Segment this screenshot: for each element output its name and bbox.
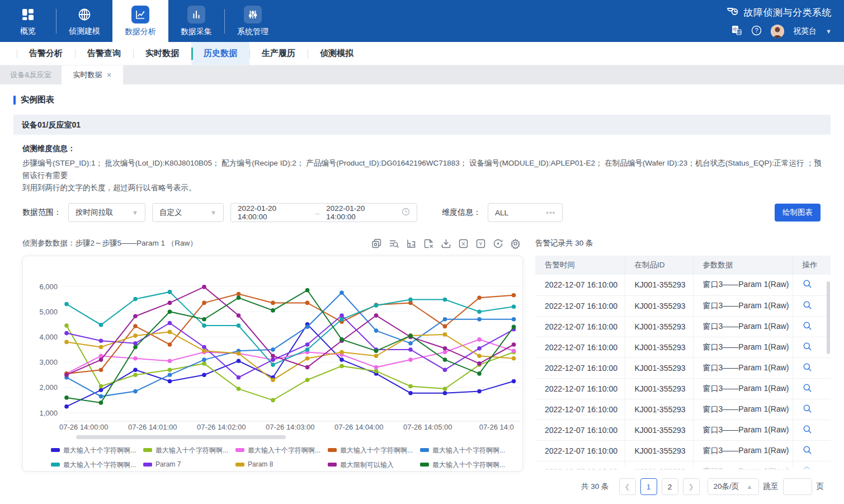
subnav-item-4[interactable]: 历史数据: [191, 42, 249, 65]
date-range-picker[interactable]: 2022-01-20 14:00:00 → 2022-01-20 14:00:0…: [230, 203, 417, 222]
subnav-item-3[interactable]: 实时数据: [133, 42, 191, 65]
table-vertical-scrollbar[interactable]: [827, 281, 830, 354]
view-detail-icon[interactable]: [803, 344, 812, 353]
dim-info-line2: 到用到两行的文字的长度，超过两行以省略号表示。: [22, 182, 822, 194]
legend-item-3[interactable]: 最大输入十个字符啊啊...: [235, 446, 328, 455]
view-detail-icon[interactable]: [803, 281, 812, 290]
chevron-down-icon[interactable]: ▼: [826, 28, 832, 35]
date-start[interactable]: 2022-01-20 14:00:00: [238, 204, 308, 221]
cell-action: [793, 461, 831, 470]
cell-param-data: 窗口3——Param 1(Raw): [693, 337, 793, 357]
table-row: 2022-12-07 16:10:00KJ001-355293窗口3——Para…: [535, 337, 831, 357]
legend-item-2[interactable]: 最大输入十个字符啊啊...: [143, 446, 235, 455]
cell-alarm-time: 2022-12-07 16:10:00: [535, 337, 625, 357]
view-detail-icon[interactable]: [803, 448, 812, 456]
subnav-item-2[interactable]: 告警查询: [75, 42, 133, 65]
sub-nav: 告警分析告警查询实时数据历史数据生产履历侦测模拟: [0, 42, 844, 65]
view-detail-icon[interactable]: [803, 303, 812, 312]
view-detail-icon[interactable]: [803, 468, 812, 471]
table-row: 2022-12-07 16:10:00KJ001-355293窗口3——Para…: [535, 420, 831, 440]
nav-item-1[interactable]: 概览: [0, 0, 56, 42]
y-axis-icon[interactable]: Y: [475, 238, 486, 249]
page-button-1[interactable]: 1: [640, 478, 657, 495]
nav-item-label: 数据采集: [181, 27, 212, 37]
legend-item-10[interactable]: 最大输入十个字符啊啊...: [420, 460, 512, 470]
history-icon[interactable]: [493, 238, 503, 249]
draw-chart-button[interactable]: 绘制图表: [775, 204, 821, 222]
alarm-record-title: 告警记录共 30 条: [535, 237, 831, 250]
view-detail-icon[interactable]: [803, 323, 812, 332]
tab-2[interactable]: 实时数据✕: [62, 65, 123, 84]
nav-item-3[interactable]: 数据分析: [112, 0, 168, 42]
chart-horizontal-scrollbar[interactable]: [76, 435, 286, 439]
cell-alarm-time: 2022-12-07 16:10:00: [535, 316, 625, 337]
next-page-button[interactable]: ❯: [683, 478, 700, 495]
subnav-item-1[interactable]: 告警分析: [17, 42, 75, 65]
cell-wafer-id: KJ001-355293: [625, 399, 693, 420]
avatar[interactable]: [771, 25, 784, 38]
fetch-mode-select[interactable]: 按时间拉取▼: [68, 203, 145, 222]
legend-item-6[interactable]: 最大输入十个字符啊啊...: [51, 460, 143, 470]
bin-chart-icon[interactable]: [406, 238, 417, 249]
dim-info-line1: 步骤编号(STEP_ID):1； 批次编号(Lot_ID):K80J8010B0…: [22, 157, 822, 182]
x-axis-icon[interactable]: X: [458, 238, 469, 249]
legend-item-1[interactable]: 最大输入十个字符啊啊...: [51, 446, 143, 455]
chart-toolbar: XY: [371, 238, 523, 249]
download-icon[interactable]: [441, 238, 451, 249]
cell-alarm-time: 2022-12-07 16:10:00: [535, 295, 625, 316]
file-export-icon[interactable]: [423, 238, 434, 249]
subnav-item-5[interactable]: 生产履历: [249, 42, 308, 65]
user-name[interactable]: 祝英台: [793, 26, 817, 36]
legend-swatch: [235, 463, 244, 467]
range-type-select[interactable]: 自定义▼: [152, 203, 224, 222]
top-right: 故障侦测与分类系统 中 En ?: [725, 0, 844, 42]
help-icon[interactable]: ?: [751, 25, 762, 37]
legend-label: 最大输入十个字符啊啊...: [432, 460, 505, 470]
cell-wafer-id: KJ001-355293: [625, 378, 693, 399]
dim-select-label: 维度信息：: [442, 208, 481, 218]
cell-action: [793, 275, 831, 295]
close-icon[interactable]: ✕: [106, 72, 111, 79]
legend-item-4[interactable]: 最大输入十个字符啊啊...: [328, 446, 420, 455]
page-size-select[interactable]: 20条/页 ▲: [708, 478, 759, 495]
legend-item-8[interactable]: Param 8: [235, 460, 328, 470]
cell-action: [793, 420, 831, 440]
svg-text:6,000: 6,000: [39, 282, 58, 291]
view-detail-icon[interactable]: [803, 406, 812, 415]
nav-item-4[interactable]: 数据采集: [168, 0, 224, 42]
legend-label: 最大输入十个字符啊啊...: [63, 446, 136, 455]
prev-page-button[interactable]: ❮: [619, 478, 636, 495]
view-detail-icon[interactable]: [803, 365, 812, 374]
cell-wafer-id: KJ001-355293: [625, 440, 693, 461]
cell-action: [793, 357, 831, 378]
cell-wafer-id: KJ001-355293: [625, 295, 693, 316]
range-label: 数据范围：: [22, 208, 62, 218]
nav-item-5[interactable]: 系统管理: [225, 0, 281, 42]
cell-alarm-time: 2022-12-07 16:10:00: [535, 399, 625, 420]
cell-alarm-time: 2022-12-07 16:10:00: [535, 357, 625, 378]
ellipsis-icon: •••: [546, 209, 555, 217]
settings-icon[interactable]: [510, 238, 521, 249]
nav-item-2[interactable]: 侦测建模: [56, 0, 112, 42]
legend-swatch: [51, 463, 60, 467]
search-list-icon[interactable]: [389, 238, 399, 249]
page-button-2[interactable]: 2: [662, 478, 678, 495]
jump-page-input[interactable]: [783, 478, 812, 495]
app-title: 故障侦测与分类系统: [744, 6, 832, 19]
view-detail-icon[interactable]: [803, 385, 812, 394]
view-detail-icon[interactable]: [803, 427, 812, 436]
legend-swatch: [420, 463, 429, 467]
translate-icon[interactable]: 中 En: [731, 25, 742, 37]
svg-text:07-26 14:0: 07-26 14:0: [479, 423, 514, 431]
legend-item-5[interactable]: 最大输入十个字符啊啊...: [420, 446, 512, 455]
tab-1[interactable]: 设备&反应室: [0, 65, 62, 84]
brand: 故障侦测与分类系统: [725, 4, 832, 21]
date-end[interactable]: 2022-01-20 14:00:00: [326, 204, 396, 221]
legend-item-9[interactable]: 最大限制可以输入: [328, 460, 420, 470]
overlay-layers-icon[interactable]: [371, 238, 382, 249]
dimension-select[interactable]: ALL •••: [488, 203, 563, 222]
legend-item-7[interactable]: Param 7: [143, 460, 235, 470]
jump-label: 跳至: [763, 482, 779, 492]
svg-text:3,000: 3,000: [39, 358, 58, 366]
subnav-item-6[interactable]: 侦测模拟: [308, 42, 366, 65]
